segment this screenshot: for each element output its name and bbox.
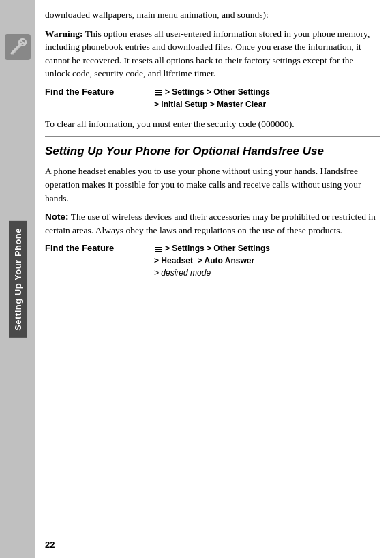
sidebar-icon-area [0,27,35,60]
section-heading: Setting Up Your Phone for Optional Hands… [45,144,380,159]
svg-rect-4 [155,92,162,93]
svg-rect-8 [155,251,162,252]
note-paragraph: Note: The use of wireless devices and th… [45,210,380,237]
page-container: Setting Up Your Phone downloaded wallpap… [0,0,392,558]
feature-path-1: > Settings > Other Settings > Initial Se… [154,86,380,111]
warning-label: Warning: [45,29,83,39]
tools-icon [5,34,31,60]
svg-rect-5 [155,94,162,96]
path2-desired-mode: > desired mode [154,268,211,278]
menu-icon-1 [154,89,162,97]
find-feature-label-2: Find the Feature [45,242,154,253]
path2-auto-answer: Auto Answer [205,256,255,265]
path1-initial-setup: > Initial Setup > [154,100,217,109]
feature-path-2: > Settings > Other Settings > Headset > … [154,242,380,279]
find-feature-row-2: Find the Feature > Settings > Other Sett… [45,242,380,279]
sidebar: Setting Up Your Phone [0,0,35,558]
svg-rect-7 [155,249,162,250]
sidebar-label: Setting Up Your Phone [9,221,27,338]
menu-icon-2 [154,246,162,254]
intro-paragraph: downloaded wallpapers, main menu animati… [45,8,380,22]
note-text: The use of wireless devices and their ac… [45,211,376,235]
warning-text: This option erases all user-entered info… [45,29,370,79]
path1-settings: > Settings > [165,87,213,97]
svg-rect-3 [155,90,162,91]
path1-other-settings: Other Settings [213,87,270,97]
find-feature-label-1: Find the Feature [45,86,154,97]
main-content: downloaded wallpapers, main menu animati… [35,0,392,558]
page-number: 22 [45,540,55,550]
note-label: Note: [45,211,69,222]
warning-paragraph: Warning: This option erases all user-ent… [45,27,380,80]
path1-master-clear: Master Clear [217,100,266,109]
section-body: A phone headset enables you to use your … [45,164,380,205]
path2-settings: > Settings > [165,244,213,253]
clear-text: To clear all information, you must enter… [45,117,380,131]
path2-headset: > Headset > [154,256,205,265]
path2-other-settings: Other Settings [213,244,270,253]
find-feature-row-1: Find the Feature > Settings > Other Sett… [45,86,380,111]
section-divider [45,136,380,137]
svg-rect-6 [155,247,162,248]
